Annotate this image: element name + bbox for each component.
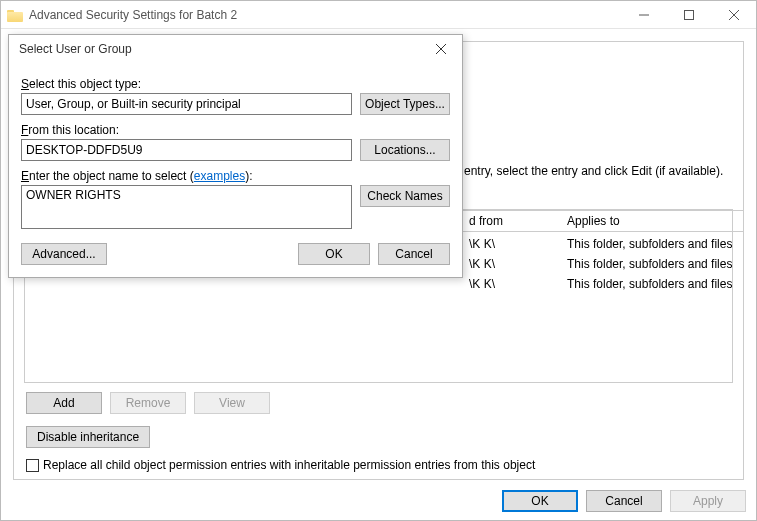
table-row[interactable]: \K K\ This folder, subfolders and files bbox=[469, 254, 732, 274]
table-row[interactable]: \K K\ This folder, subfolders and files bbox=[469, 234, 732, 254]
permission-buttons: Add Remove View bbox=[26, 392, 270, 414]
cell-applies: This folder, subfolders and files bbox=[567, 257, 732, 271]
col-applies-to[interactable]: Applies to bbox=[567, 214, 620, 228]
dialog-footer: Advanced... OK Cancel bbox=[21, 243, 450, 265]
parent-window-title: Advanced Security Settings for Batch 2 bbox=[29, 8, 621, 22]
remove-button[interactable]: Remove bbox=[110, 392, 186, 414]
check-names-button[interactable]: Check Names bbox=[360, 185, 450, 207]
minimize-icon bbox=[639, 10, 649, 20]
window-controls bbox=[621, 1, 756, 28]
replace-children-label: Replace all child object permission entr… bbox=[43, 458, 535, 472]
object-types-button[interactable]: Object Types... bbox=[360, 93, 450, 115]
disable-inheritance-button[interactable]: Disable inheritance bbox=[26, 426, 150, 448]
maximize-button[interactable] bbox=[666, 1, 711, 28]
permissions-rows: \K K\ This folder, subfolders and files … bbox=[469, 234, 732, 294]
close-button[interactable] bbox=[711, 1, 756, 28]
dialog-close-button[interactable] bbox=[426, 38, 456, 60]
dialog-titlebar: Select User or Group bbox=[9, 35, 462, 63]
replace-children-checkbox[interactable] bbox=[26, 459, 39, 472]
object-type-label-text: elect this object type: bbox=[29, 77, 141, 91]
select-user-dialog: Select User or Group Select this object … bbox=[8, 34, 463, 278]
object-type-field[interactable] bbox=[21, 93, 352, 115]
close-icon bbox=[729, 10, 739, 20]
close-icon bbox=[436, 44, 446, 54]
object-name-field[interactable] bbox=[21, 185, 352, 229]
cell-inherited: \K K\ bbox=[469, 277, 567, 291]
dialog-body: Select this object type: Object Types...… bbox=[9, 63, 462, 277]
enter-name-label: Enter the object name to select (example… bbox=[21, 169, 450, 183]
object-type-label: Select this object type: bbox=[21, 77, 450, 91]
parent-ok-button[interactable]: OK bbox=[502, 490, 578, 512]
cell-inherited: \K K\ bbox=[469, 237, 567, 251]
parent-apply-button[interactable]: Apply bbox=[670, 490, 746, 512]
location-field[interactable] bbox=[21, 139, 352, 161]
spacer bbox=[115, 243, 290, 265]
dialog-ok-button[interactable]: OK bbox=[298, 243, 370, 265]
cell-applies: This folder, subfolders and files bbox=[567, 277, 732, 291]
examples-link[interactable]: examples bbox=[194, 169, 245, 183]
dialog-cancel-button[interactable]: Cancel bbox=[378, 243, 450, 265]
table-row[interactable]: \K K\ This folder, subfolders and files bbox=[469, 274, 732, 294]
dialog-title: Select User or Group bbox=[19, 42, 426, 56]
parent-titlebar: Advanced Security Settings for Batch 2 bbox=[1, 1, 756, 29]
svg-rect-1 bbox=[684, 10, 693, 19]
locations-button[interactable]: Locations... bbox=[360, 139, 450, 161]
cell-inherited: \K K\ bbox=[469, 257, 567, 271]
parent-cancel-button[interactable]: Cancel bbox=[586, 490, 662, 512]
location-label: From this location: bbox=[21, 123, 450, 137]
col-inherited-from[interactable]: d from bbox=[469, 214, 567, 228]
advanced-button[interactable]: Advanced... bbox=[21, 243, 107, 265]
view-button[interactable]: View bbox=[194, 392, 270, 414]
replace-children-row: Replace all child object permission entr… bbox=[26, 458, 535, 472]
minimize-button[interactable] bbox=[621, 1, 666, 28]
maximize-icon bbox=[684, 10, 694, 20]
add-button[interactable]: Add bbox=[26, 392, 102, 414]
info-text: entry, select the entry and click Edit (… bbox=[464, 164, 723, 178]
cell-applies: This folder, subfolders and files bbox=[567, 237, 732, 251]
parent-footer-buttons: OK Cancel Apply bbox=[502, 490, 746, 512]
folder-icon bbox=[7, 8, 23, 22]
disable-inheritance-row: Disable inheritance bbox=[26, 426, 150, 448]
